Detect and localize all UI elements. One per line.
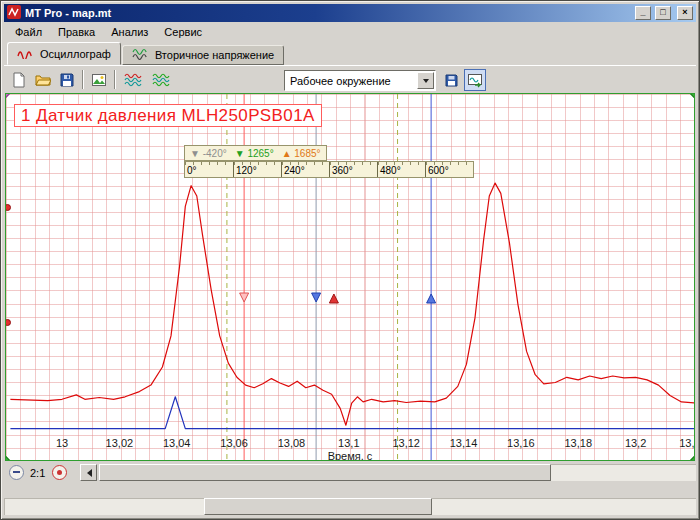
target-dot-icon (57, 470, 62, 475)
app-window: MT Pro - map.mt _ □ × Файл Правка Анализ… (0, 0, 700, 520)
oscilloscope-chart[interactable]: 1 Датчик давления MLH250PSB01A ▼ -420°▼ … (5, 93, 695, 461)
ruler-tick-label: 240° (281, 162, 329, 177)
save-image-button[interactable] (88, 69, 110, 91)
cursor-readout: ▲ 1685° (282, 148, 321, 159)
waveforms-button-1[interactable] (120, 69, 147, 91)
x-axis-title: Время, с (6, 450, 694, 461)
ruler-tick-label: 600° (425, 162, 473, 177)
ruler-tick-label: 360° (329, 162, 377, 177)
tab-oscillograph[interactable]: Осциллограф (7, 42, 121, 65)
environment-combobox-value: Рабочее окружение (285, 75, 417, 87)
minimize-button[interactable]: _ (635, 6, 651, 20)
tab-label: Осциллограф (40, 48, 111, 60)
maximize-button[interactable]: □ (655, 6, 671, 20)
chart-scrollbar[interactable] (99, 464, 696, 481)
arrow-left-icon (83, 469, 92, 477)
window-scrollbar-thumb[interactable] (204, 498, 432, 515)
save-environment-button[interactable] (440, 69, 462, 91)
zoom-level: 2:1 (30, 467, 45, 479)
toolbar-separator (114, 70, 116, 89)
cursor-readouts: ▼ -420°▼ 1265°▲ 1685° (184, 145, 327, 161)
tab-secondary-voltage[interactable]: Вторичное напряжение (122, 45, 284, 65)
new-file-button[interactable] (8, 69, 30, 91)
ruler-tick-label: 0° (185, 162, 233, 177)
waveforms-button-2[interactable] (148, 69, 175, 91)
menu-service[interactable]: Сервис (156, 24, 210, 40)
menu-analysis[interactable]: Анализ (103, 24, 156, 40)
degree-ruler[interactable]: 0°120°240°360°480°600° (184, 161, 474, 178)
plot-svg[interactable] (6, 94, 694, 460)
cursor-readout: ▼ 1265° (235, 148, 274, 159)
apply-environment-button[interactable] (464, 69, 486, 91)
menu-bar: Файл Правка Анализ Сервис (4, 22, 696, 41)
chart-scroll-row: 2:1 (4, 464, 696, 481)
menu-edit[interactable]: Правка (50, 24, 103, 40)
environment-combobox[interactable]: Рабочее окружение (284, 70, 436, 91)
window-scrollbar[interactable] (4, 498, 696, 515)
tab-label: Вторичное напряжение (155, 49, 274, 61)
open-file-button[interactable] (32, 69, 54, 91)
ruler-tick-label: 480° (377, 162, 425, 177)
zoom-out-button[interactable] (9, 465, 24, 480)
channel-label[interactable]: 1 Датчик давления MLH250PSB01A (14, 104, 322, 127)
chart-scrollbar-thumb[interactable] (99, 464, 551, 481)
app-icon (7, 5, 21, 21)
save-button[interactable] (56, 69, 78, 91)
close-button[interactable]: × (677, 6, 693, 20)
toolbar: Рабочее окружение (4, 65, 696, 93)
tab-bar: Осциллограф Вторичное напряжение (4, 41, 696, 65)
oscillograph-wave-icon (17, 47, 35, 61)
menu-file[interactable]: Файл (7, 24, 50, 40)
chevron-down-icon[interactable] (417, 72, 434, 89)
marker-target-button[interactable] (52, 465, 67, 480)
toolbar-separator (82, 70, 84, 89)
minus-icon (13, 471, 20, 473)
secondary-voltage-wave-icon (132, 48, 150, 62)
window-title: MT Pro - map.mt (25, 7, 631, 19)
ruler-tick-label: 120° (233, 162, 281, 177)
cursor-readout: ▼ -420° (190, 148, 227, 159)
title-bar[interactable]: MT Pro - map.mt _ □ × (4, 4, 696, 22)
scroll-left-button[interactable] (80, 464, 97, 481)
